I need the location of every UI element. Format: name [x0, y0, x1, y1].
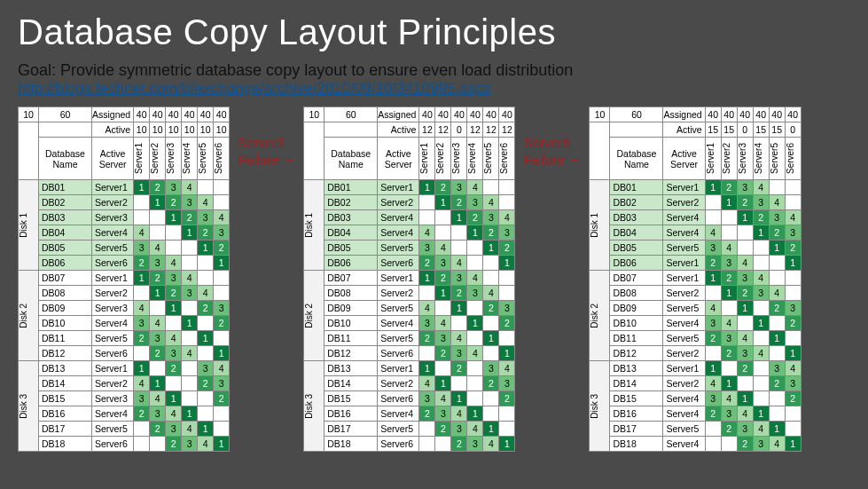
db-name: DB05 — [325, 241, 378, 256]
copy-slot — [166, 376, 182, 391]
active-val-3: 12 — [467, 122, 483, 138]
col-server-2: Server3 — [166, 138, 182, 180]
copy-slot: 3 — [769, 210, 785, 225]
copy-slot — [182, 376, 198, 391]
copy-slot: 3 — [499, 225, 515, 241]
copy-slot — [467, 256, 483, 271]
copy-slot: 2 — [705, 256, 721, 271]
copy-slot — [785, 195, 801, 210]
copy-slot: 1 — [467, 406, 483, 422]
copy-slot — [769, 180, 785, 195]
col-activeserver: Active Server — [92, 138, 134, 180]
copy-slot: 3 — [769, 361, 785, 376]
db-name: DB10 — [610, 316, 663, 331]
active-server: Server1 — [92, 180, 134, 195]
copy-slot: 2 — [737, 361, 753, 376]
copy-slot: 4 — [150, 241, 166, 256]
db-name: DB16 — [39, 406, 92, 422]
copy-slot — [134, 286, 150, 301]
active-server: Server5 — [92, 331, 134, 346]
db-name: DB18 — [610, 437, 663, 452]
copy-slot: 4 — [499, 210, 515, 225]
copy-slot — [214, 180, 230, 195]
copy-slot: 4 — [467, 271, 483, 286]
copy-slot: 2 — [483, 225, 499, 241]
copy-slot — [198, 271, 214, 286]
copy-slot: 2 — [737, 437, 753, 452]
copy-slot: 3 — [451, 422, 467, 437]
copy-slot — [467, 361, 483, 376]
table-row: DB03Server41234 — [590, 210, 801, 225]
copy-slot — [214, 422, 230, 437]
copy-slot — [499, 406, 515, 422]
assigned-val-4: 40 — [483, 107, 499, 122]
copy-slot: 4 — [705, 225, 721, 241]
copy-slot — [499, 331, 515, 346]
copy-slot: 3 — [182, 437, 198, 452]
active-server: Server6 — [378, 391, 419, 406]
technet-link[interactable]: http://blogs.technet.com/b/exchange/arch… — [18, 80, 491, 98]
copy-slot: 4 — [785, 210, 801, 225]
copy-slot: 1 — [419, 180, 435, 195]
copy-slot — [198, 391, 214, 406]
active-server: Server2 — [92, 376, 134, 391]
copy-slot: 1 — [483, 241, 499, 256]
active-server: Server1 — [378, 361, 419, 376]
copy-slot: 2 — [214, 316, 230, 331]
copy-slot: 2 — [451, 361, 467, 376]
table-row: DB17Server52341 — [19, 422, 230, 437]
layout-table: 1060Assigned404040404040Active1212012121… — [303, 106, 515, 452]
copy-slot — [753, 331, 769, 346]
copy-slot: 3 — [467, 195, 483, 210]
col-server-5: Server6 — [499, 138, 515, 180]
copy-slot: 4 — [499, 361, 515, 376]
copy-slot: 3 — [721, 331, 737, 346]
col-server-3: Server4 — [182, 138, 198, 180]
copy-slot: 1 — [419, 271, 435, 286]
copy-slot: 3 — [198, 361, 214, 376]
copy-slot: 2 — [419, 256, 435, 271]
db-name: DB15 — [325, 391, 378, 406]
table-row: DB04Server44123 — [19, 225, 230, 241]
table-row: DB04Server44123 — [590, 225, 801, 241]
copy-slot — [435, 225, 451, 241]
active-server: Server6 — [92, 256, 134, 271]
active-server: Server4 — [663, 210, 705, 225]
disk-label: Disk 2 — [590, 271, 610, 361]
copy-slot: 4 — [182, 271, 198, 286]
active-val-1: 12 — [435, 122, 451, 138]
db-name: DB17 — [325, 422, 378, 437]
copy-slot — [769, 406, 785, 422]
table-row: DB12Server62341 — [19, 346, 230, 361]
copy-slot: 4 — [769, 286, 785, 301]
copy-slot: 3 — [451, 180, 467, 195]
active-server: Server5 — [92, 422, 134, 437]
active-server: Server3 — [92, 301, 134, 316]
copy-slot — [769, 271, 785, 286]
copy-slot — [419, 195, 435, 210]
copy-slot: 4 — [467, 422, 483, 437]
assigned-val-0: 40 — [419, 107, 435, 122]
copy-slot: 1 — [214, 437, 230, 452]
copy-slot — [214, 406, 230, 422]
copy-slot: 1 — [182, 406, 198, 422]
db-name: DB13 — [610, 361, 663, 376]
copy-slot: 3 — [737, 271, 753, 286]
copy-slot: 1 — [150, 195, 166, 210]
active-server: Server2 — [663, 195, 705, 210]
copy-slot — [785, 286, 801, 301]
active-server: Server4 — [92, 316, 134, 331]
copy-slot — [483, 180, 499, 195]
copy-slot: 2 — [721, 271, 737, 286]
corner-b: 60 — [610, 107, 663, 122]
copy-slot: 4 — [753, 346, 769, 361]
copy-slot: 2 — [769, 376, 785, 391]
active-server: Server2 — [378, 376, 419, 391]
active-label: Active — [92, 122, 134, 138]
copy-slot — [435, 361, 451, 376]
active-server: Server6 — [378, 437, 419, 452]
copy-slot: 3 — [150, 256, 166, 271]
active-server: Server3 — [92, 210, 134, 225]
copy-slot: 2 — [721, 346, 737, 361]
db-name: DB03 — [325, 210, 378, 225]
